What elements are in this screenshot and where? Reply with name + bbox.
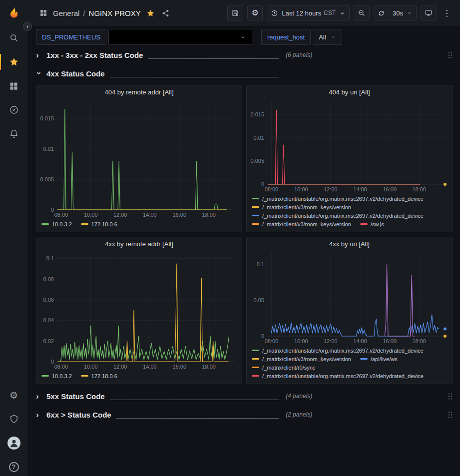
- sidebar-item-starred[interactable]: [0, 50, 27, 74]
- svg-text:12:00: 12:00: [324, 338, 338, 344]
- legend-item[interactable]: /_matrix/client/unstable/org.matrix.msc2…: [252, 373, 424, 379]
- sidebar-item-dashboards[interactable]: [0, 74, 27, 98]
- time-series-chart[interactable]: 08:0010:0012:0014:0016:0018:0000.0050.01…: [247, 98, 452, 193]
- share-icon[interactable]: [161, 9, 170, 17]
- row-drag-handle-icon[interactable]: [448, 393, 453, 400]
- series-label: 10.0.3.2: [52, 221, 72, 227]
- svg-text:0.04: 0.04: [43, 317, 54, 323]
- zoom-out-button[interactable]: [354, 5, 370, 20]
- series-label: /_matrix/client/r0/sync: [262, 365, 315, 371]
- top-navigation: General / NGINX PROXY ⚙ Last 12 hours CS…: [27, 0, 460, 26]
- row-6xx[interactable]: › 6xx > Status Code (2 panels): [36, 408, 453, 422]
- clock-icon: [271, 9, 278, 17]
- sidebar-item-profile[interactable]: [0, 431, 27, 455]
- legend-item[interactable]: 172.18.0.6: [81, 221, 117, 227]
- legend-item[interactable]: 10.0.3.2: [41, 221, 72, 227]
- series-color-swatch: [252, 223, 259, 225]
- refresh-interval-dropdown[interactable]: 30s: [389, 5, 417, 20]
- sidebar-item-help[interactable]: ?: [0, 455, 27, 476]
- row-5xx[interactable]: › 5xx Status Code (4 panels): [36, 389, 453, 403]
- sidebar-item-alerting[interactable]: [0, 122, 27, 146]
- panel-title[interactable]: 404 by uri [All]: [247, 85, 452, 98]
- legend-item[interactable]: /_matrix/client/v3/room_keys/version: [252, 356, 351, 362]
- panel-row-top: 404 by remote addr [All] 08:0010:0012:00…: [36, 85, 453, 232]
- refresh-button[interactable]: [374, 5, 389, 20]
- svg-text:14:00: 14:00: [353, 338, 367, 344]
- series-color-swatch: [252, 375, 259, 377]
- gear-icon: ⚙: [9, 391, 18, 400]
- legend-item[interactable]: /_matrix/client/unstable/org.matrix.msc2…: [252, 196, 424, 202]
- time-series-chart[interactable]: 08:0010:0012:0014:0016:0018:0000.020.040…: [36, 250, 242, 370]
- legend-item[interactable]: 172.18.0.6: [81, 373, 117, 379]
- sidebar-item-search[interactable]: [0, 26, 27, 50]
- dashboard-settings-button[interactable]: ⚙: [247, 5, 263, 20]
- series-color-swatch: [252, 215, 259, 216]
- row-drag-handle-icon[interactable]: [448, 51, 453, 59]
- svg-text:12:00: 12:00: [113, 212, 127, 218]
- dashboard-content: DS_PROMETHEUS request_host All › 1xx - 3…: [27, 26, 460, 476]
- star-icon: [9, 57, 19, 67]
- sidebar-item-explore[interactable]: [0, 98, 27, 122]
- svg-text:0: 0: [51, 359, 54, 365]
- legend-item[interactable]: /api/live/ws: [360, 356, 398, 362]
- svg-text:12:00: 12:00: [324, 186, 338, 192]
- svg-text:0.08: 0.08: [43, 276, 54, 282]
- chevron-right-icon: ›: [36, 51, 42, 59]
- panel-404-by-remote-addr: 404 by remote addr [All] 08:0010:0012:00…: [36, 85, 242, 232]
- series-label: /_matrix/client/unstable/org.matrix.msc2…: [262, 348, 424, 354]
- legend-item[interactable]: /_matrix/client/r0/sync: [252, 365, 315, 371]
- series-label: 10.0.3.2: [52, 373, 72, 379]
- search-icon: [9, 33, 19, 43]
- chevron-down-icon: [339, 10, 346, 16]
- more-options-icon[interactable]: ⋮: [441, 8, 453, 18]
- sidebar-item-configuration[interactable]: ⚙: [0, 383, 27, 407]
- request-host-value-dropdown[interactable]: All: [313, 29, 342, 45]
- panel-4xx-by-uri: 4xx by uri [All] 08:0010:0012:0014:0016:…: [246, 237, 453, 384]
- sidebar-expand-button[interactable]: ›: [23, 22, 32, 31]
- save-dashboard-button[interactable]: [227, 5, 243, 20]
- svg-text:16:00: 16:00: [383, 338, 397, 344]
- svg-text:0.1: 0.1: [46, 255, 54, 261]
- row-1xx-3xx-2xx[interactable]: › 1xx - 3xx - 2xx Status Code (6 panels): [36, 48, 453, 62]
- series-color-swatch: [41, 223, 49, 225]
- row-dotted-line: [110, 393, 279, 400]
- series-label: /sw.js: [371, 221, 384, 227]
- row-title: 4xx Status Code: [46, 69, 105, 78]
- datasource-value-dropdown[interactable]: [108, 29, 252, 45]
- legend-item[interactable]: /_matrix/client/unstable/org.matrix.msc2…: [252, 348, 424, 354]
- grafana-logo[interactable]: [0, 0, 27, 26]
- row-drag-handle-icon[interactable]: [448, 411, 453, 419]
- legend-item[interactable]: /_matrix/client/v3/room_keys/version: [252, 221, 351, 227]
- time-series-chart[interactable]: 08:0010:0012:0014:0016:0018:0000.050.1: [247, 250, 452, 345]
- panel-title[interactable]: 404 by remote addr [All]: [36, 85, 242, 98]
- favorite-star-icon[interactable]: [146, 9, 155, 17]
- sidebar-item-server-admin[interactable]: [0, 407, 27, 431]
- panel-title[interactable]: 4xx by remote addr [All]: [36, 237, 242, 250]
- series-label: /_matrix/client/v3/room_keys/version: [262, 204, 351, 210]
- panel-title[interactable]: 4xx by uri [All]: [247, 237, 452, 250]
- breadcrumb-section[interactable]: General: [53, 9, 79, 17]
- apps-icon: [39, 9, 47, 17]
- svg-text:14:00: 14:00: [353, 186, 367, 192]
- legend-item[interactable]: /_matrix/client/v3/room_keys/version: [252, 204, 351, 210]
- time-range-picker[interactable]: Last 12 hours CST: [267, 5, 350, 20]
- monitor-icon: [425, 9, 433, 17]
- series-color-swatch: [360, 223, 368, 225]
- legend-item[interactable]: 10.0.3.2: [41, 373, 72, 379]
- row-4xx[interactable]: › 4xx Status Code: [36, 66, 453, 80]
- avatar: [7, 437, 20, 450]
- row-panel-count: (2 panels): [286, 411, 312, 418]
- row-title: 5xx Status Code: [46, 392, 105, 401]
- time-series-chart[interactable]: 08:0010:0012:0014:0016:0018:0000.0050.01…: [36, 98, 242, 218]
- chevron-right-icon: ›: [36, 392, 42, 401]
- row-title: 1xx - 3xx - 2xx Status Code: [46, 51, 143, 59]
- cycle-view-mode-button[interactable]: [421, 5, 437, 20]
- legend-item[interactable]: /sw.js: [360, 221, 384, 227]
- chart-legend: /_matrix/client/unstable/org.matrix.msc2…: [247, 345, 452, 384]
- chart-legend: /_matrix/client/unstable/org.matrix.msc2…: [247, 193, 452, 232]
- series-color-swatch: [252, 206, 259, 208]
- legend-item[interactable]: /_matrix/client/unstable/org.matrix.msc2…: [252, 213, 424, 219]
- svg-text:0.05: 0.05: [254, 297, 264, 303]
- refresh-interval-label: 30s: [393, 9, 403, 17]
- row-dotted-line: [110, 70, 279, 77]
